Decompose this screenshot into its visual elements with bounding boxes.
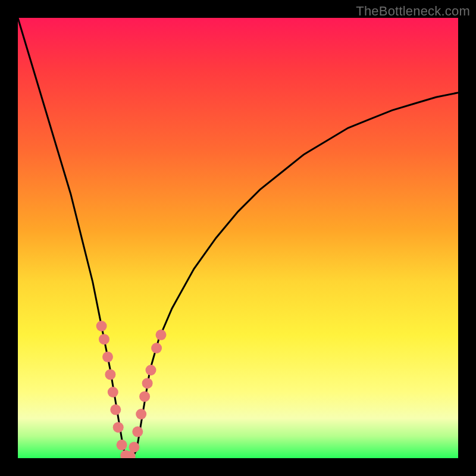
plot-area: [18, 18, 458, 458]
marker-dot: [113, 422, 124, 433]
marker-dot: [102, 352, 113, 362]
marker-dot: [129, 442, 139, 453]
marker-dot: [108, 387, 118, 397]
watermark-text: TheBottleneck.com: [356, 4, 470, 19]
marker-dot: [105, 369, 115, 380]
marker-dots: [96, 321, 167, 458]
marker-dot: [96, 321, 107, 331]
marker-dot: [132, 427, 143, 437]
marker-dot: [117, 440, 127, 450]
marker-dot: [142, 378, 153, 389]
chart-frame: TheBottleneck.com: [0, 0, 476, 476]
bottleneck-curve: [18, 18, 458, 458]
curve-layer: [18, 18, 458, 458]
marker-dot: [99, 334, 109, 345]
marker-dot: [139, 391, 150, 402]
marker-dot: [146, 365, 156, 375]
marker-dot: [156, 330, 167, 340]
marker-dot: [136, 409, 146, 419]
marker-dot: [110, 405, 121, 415]
marker-dot: [151, 343, 162, 353]
